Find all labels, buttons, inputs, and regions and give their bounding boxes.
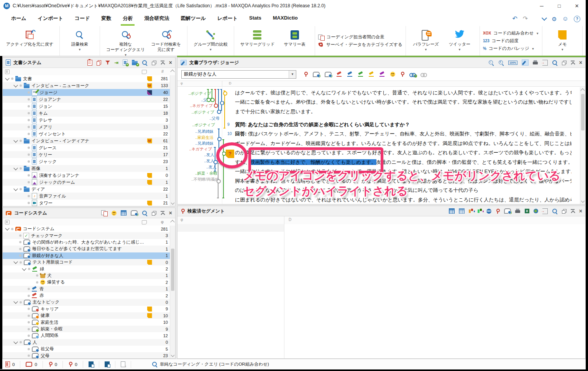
tree-row-ジョアンナ[interactable]: ジョアンナ22 xyxy=(3,96,170,103)
activation-dot-icon[interactable] xyxy=(28,321,30,323)
activation-dot-icon[interactable] xyxy=(20,301,22,303)
tree-row-ディア[interactable]: ディア22 xyxy=(3,186,170,193)
tree-row-家庭生活[interactable]: 家庭生活10 xyxy=(3,319,170,325)
tree-row-祖父母[interactable]: 祖父母5 xyxy=(3,346,170,352)
close-button[interactable]: ✕ xyxy=(568,0,586,12)
activation-dot-icon[interactable] xyxy=(20,341,22,343)
activation-dot-icon[interactable] xyxy=(28,119,30,121)
expand-chevron-icon[interactable] xyxy=(13,259,18,264)
new-document-icon[interactable]: + xyxy=(123,59,128,66)
search-icon[interactable] xyxy=(142,210,148,216)
dropdown-arrow-icon[interactable]: ▼ xyxy=(424,48,427,51)
tree-row-赤[interactable]: 赤2 xyxy=(3,292,170,299)
column-divider[interactable] xyxy=(222,81,222,86)
table-view-icon[interactable] xyxy=(449,208,455,214)
tab-図解ツール[interactable]: 図解ツール xyxy=(175,12,212,26)
activation-dot-icon[interactable] xyxy=(28,288,30,290)
expand-chevron-icon[interactable] xyxy=(13,300,18,304)
undock-icon[interactable] xyxy=(562,61,566,65)
undock-icon[interactable] xyxy=(152,61,156,65)
zoom-100-icon[interactable]: 100% xyxy=(508,61,517,65)
activation-dot-icon[interactable] xyxy=(28,202,30,204)
tree-row-緑[interactable]: 緑2 xyxy=(3,265,170,272)
close-icon[interactable]: × xyxy=(169,210,172,216)
ribbon-button-サマリーグリッド[interactable]: サマリーグリッド xyxy=(237,28,278,48)
tree-row-爆笑する[interactable]: 爆笑する2 xyxy=(3,279,170,285)
tree-row-画像[interactable]: 画像1 xyxy=(3,165,170,172)
activation-dot-icon[interactable] xyxy=(28,315,30,317)
activation-dot-icon[interactable] xyxy=(19,241,21,243)
activation-dot-icon[interactable] xyxy=(36,274,38,277)
memo-clipboard-icon[interactable] xyxy=(87,60,92,66)
redo-icon[interactable]: ↷ xyxy=(523,16,528,22)
pen-red-icon[interactable] xyxy=(337,72,342,77)
new-code-1-icon[interactable]: + xyxy=(313,72,320,77)
smiley-feedback-icon[interactable]: ☺ xyxy=(562,16,568,22)
emoticode-smiley-icon[interactable] xyxy=(390,72,395,77)
activation-dot-icon[interactable] xyxy=(11,228,13,230)
filter-red-icon[interactable] xyxy=(105,60,110,65)
activation-dot-icon[interactable] xyxy=(28,147,30,149)
activation-dot-icon[interactable] xyxy=(28,195,30,197)
intercoder-red-icon[interactable] xyxy=(101,210,107,216)
pen-blue-icon[interactable] xyxy=(347,72,353,77)
tree-row-ジョン[interactable]: ジョン15 xyxy=(3,103,170,110)
browser-scrollbar[interactable] xyxy=(580,87,585,204)
scrollbar-thumb[interactable] xyxy=(581,94,585,130)
combobox-arrow-icon[interactable]: ▼ xyxy=(289,71,296,78)
tab-ホーム[interactable]: ホーム xyxy=(5,12,32,26)
code-matrix-icon[interactable] xyxy=(121,210,126,216)
code-query-red-icon[interactable] xyxy=(496,209,500,214)
activation-dot-icon[interactable] xyxy=(28,160,30,163)
tree-row-ジャックのチーム[interactable]: ジャックのチーム1 xyxy=(3,179,170,186)
dropdown-arrow-icon[interactable]: ▼ xyxy=(532,47,535,51)
activation-dot-icon[interactable] xyxy=(28,328,30,330)
activation-dot-icon[interactable] xyxy=(28,105,30,107)
search-icon[interactable] xyxy=(552,60,558,66)
activation-dot-icon[interactable] xyxy=(28,174,30,176)
scroll-down-icon[interactable] xyxy=(171,353,175,357)
scroll-up-icon[interactable] xyxy=(580,88,585,92)
ribbon-button-グループ間の比較[interactable]: グループ間の比較▼ xyxy=(191,28,231,52)
dropdown-arrow-icon[interactable]: ▼ xyxy=(78,48,81,51)
activation-dot-icon[interactable] xyxy=(20,140,22,142)
expand-chevron-icon[interactable] xyxy=(13,166,18,170)
ribbon-button-コード付検索を元に戻す[interactable]: ↶コード付検索を 元に戻す xyxy=(148,28,184,53)
segments-column-divider[interactable] xyxy=(284,224,284,358)
search-icon[interactable] xyxy=(552,208,558,214)
activation-dot-icon[interactable] xyxy=(28,126,30,128)
tree-row-キム[interactable]: キム18 xyxy=(3,110,170,117)
new-code-2-icon[interactable]: + xyxy=(325,72,332,77)
tree-row-ヴィンセント[interactable]: ヴィンセント22 xyxy=(3,130,170,137)
activation-dot-icon[interactable] xyxy=(36,281,38,284)
memo-icon[interactable] xyxy=(147,180,152,185)
activation-dot-icon[interactable] xyxy=(28,335,30,337)
scroll-up-icon[interactable] xyxy=(170,69,174,74)
chevron-down-icon[interactable] xyxy=(542,15,547,21)
memo-icon[interactable] xyxy=(147,173,152,178)
activation-dot-icon[interactable] xyxy=(20,167,22,170)
tab-MAXDictio[interactable]: MAXDictio xyxy=(267,12,304,26)
scroll-down-icon[interactable] xyxy=(171,201,175,205)
copy-red-icon[interactable] xyxy=(97,60,101,65)
maximize-button[interactable]: □ xyxy=(550,0,568,12)
tree-row-青[interactable]: 青1 xyxy=(3,286,170,292)
ribbon-button-ツイッター[interactable]: ツイッター▼ xyxy=(443,28,476,52)
activation-dot-icon[interactable] xyxy=(20,84,22,87)
memo-icon[interactable] xyxy=(147,313,152,318)
search-icon[interactable] xyxy=(142,60,148,66)
table-config-icon[interactable] xyxy=(459,208,465,214)
tree-row-娯楽・余暇[interactable]: 娯楽・余暇9 xyxy=(3,326,170,332)
abc-sort-icon[interactable]: ABC xyxy=(486,209,491,214)
gear-icon[interactable]: ⚙ xyxy=(552,16,557,22)
activation-dot-icon[interactable] xyxy=(28,268,30,270)
new-code-icon[interactable]: + xyxy=(504,208,511,214)
tree-row-テレサ[interactable]: テレサ3 xyxy=(3,117,170,124)
ribbon-button-メモ[interactable]: メモ▼ xyxy=(545,28,579,52)
pen-green-icon[interactable] xyxy=(358,72,364,77)
close-icon[interactable]: × xyxy=(169,60,172,65)
expand-chevron-icon[interactable] xyxy=(13,340,18,344)
expand-chevron-icon[interactable] xyxy=(5,76,9,80)
undo-icon[interactable]: ↶ xyxy=(512,16,517,22)
tree-row-文書[interactable]: 文書281 xyxy=(3,75,170,82)
